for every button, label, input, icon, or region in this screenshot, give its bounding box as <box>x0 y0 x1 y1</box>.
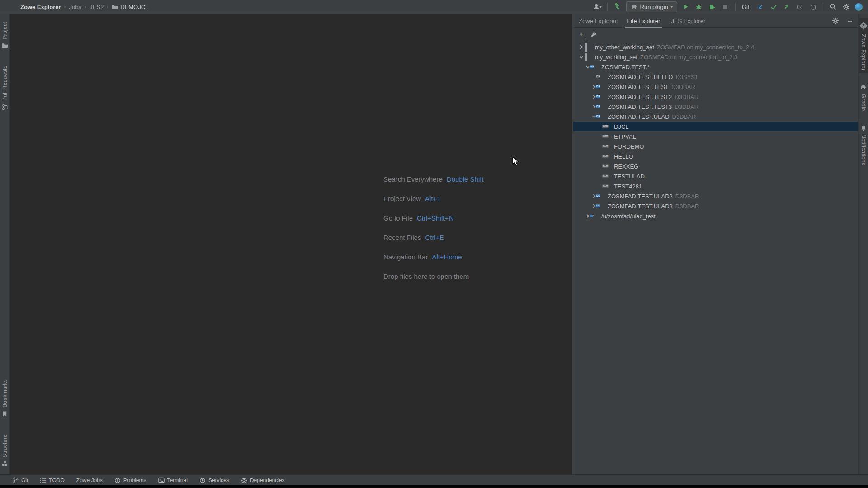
tree-row[interactable]: DSZOSMFAD.TEST.ULAD3D3DBAR <box>573 201 858 211</box>
tree-row[interactable]: my_working_setZOSMFAD on my_connection_t… <box>573 52 858 62</box>
ds-badge: DS <box>596 105 600 108</box>
profile-avatar[interactable] <box>855 3 863 11</box>
zowe-explorer-panel: Zowe Explorer: File ExplorerJES Explorer… <box>573 14 858 475</box>
add-working-set-button[interactable]: +▾ <box>579 30 583 38</box>
tree-row[interactable]: DSZOSMFAD.TEST.TEST3D3DBAR <box>573 102 858 112</box>
git-push-icon <box>783 4 790 10</box>
bottom-tool-button-git[interactable]: Git <box>13 477 28 483</box>
run-icon[interactable] <box>681 2 690 12</box>
rollback-icon[interactable] <box>808 2 817 12</box>
tree-row-icon <box>585 54 593 61</box>
mem-badge: MEM <box>602 155 609 158</box>
git-toolbar-label: Git: <box>742 4 751 10</box>
git-update-icon[interactable] <box>756 2 765 12</box>
services-icon <box>199 477 206 483</box>
tool-stripe-button-notifications[interactable]: Notifications <box>859 122 868 168</box>
structure-icon <box>2 460 8 466</box>
editor-empty-area: Search EverywhereDouble ShiftProject Vie… <box>10 14 572 475</box>
history-icon[interactable] <box>795 2 804 12</box>
tool-stripe-button-pull-requests[interactable]: Pull Requests <box>0 63 10 113</box>
breadcrumb-item-label: DEMOJCL <box>120 4 148 10</box>
shortcut-keystroke: Alt+Home <box>432 253 462 261</box>
tool-stripe-button-zowe-explorer[interactable]: ZZowe Explorer <box>859 18 868 73</box>
tree-row[interactable]: DSZOSMFAD.TEST.ULADD3DBAR <box>573 112 858 122</box>
tool-stripe-button-gradle[interactable]: Gradle <box>859 81 868 114</box>
settings-gear-icon <box>843 3 850 10</box>
tool-stripe-button-project[interactable]: Project <box>0 19 10 51</box>
history-icon <box>797 4 803 10</box>
project-folder-icon <box>1 42 8 48</box>
zowe-panel-header-actions <box>831 16 854 26</box>
user-menu-button[interactable]: ▾ <box>593 2 602 12</box>
shortcut-keystroke: Double Shift <box>447 175 484 183</box>
git-push-icon[interactable] <box>782 2 791 12</box>
tree-row[interactable]: DSZOSMFAD.TEST.HELLOD3SYS1 <box>573 72 858 82</box>
panel-settings-button[interactable] <box>831 16 840 26</box>
run-coverage-icon[interactable] <box>708 2 717 12</box>
chevron-right-icon[interactable] <box>578 45 585 49</box>
breadcrumb-item[interactable]: DEMOJCL <box>112 4 148 10</box>
tree-row[interactable]: DSZOSMFAD.TEST.TEST2D3DBAR <box>573 92 858 102</box>
dropdown-caret-icon: ▾ <box>585 36 586 39</box>
tree-row[interactable]: MEMHELLO <box>573 151 858 161</box>
tree-row-suffix: D3SYS1 <box>675 74 698 80</box>
git-commit-icon <box>770 4 777 10</box>
bottom-tool-button-dependencies[interactable]: Dependencies <box>241 477 285 483</box>
working-set-icon <box>585 54 587 61</box>
tree-row[interactable]: MEMREXXEG <box>573 161 858 171</box>
bottom-tool-button-problems[interactable]: Problems <box>114 477 146 483</box>
tree-row-label: /u/zosmfad/ulad_test <box>601 213 656 220</box>
bottom-tool-button-zowe-jobs[interactable]: Zowe Jobs <box>76 477 103 483</box>
shortcut-hint-row: Go to FileCtrl+Shift+N <box>383 208 484 228</box>
tab-file-explorer[interactable]: File Explorer <box>627 14 660 28</box>
tree-row[interactable]: DSZOSMFAD.TEST.* <box>573 62 858 72</box>
status-strip <box>0 485 868 488</box>
shortcut-hint-row: Search EverywhereDouble Shift <box>383 169 484 189</box>
stop-icon[interactable] <box>721 2 730 12</box>
tree-row[interactable]: MEMETPVAL <box>573 131 858 141</box>
settings-gear-icon[interactable] <box>842 2 851 12</box>
toolbar-separator <box>823 3 823 11</box>
tree-row-label: ZOSMFAD.TEST.* <box>601 64 650 70</box>
zowe-panel-title: Zowe Explorer: <box>579 18 618 24</box>
tree-row-label: FORDEMO <box>614 143 644 150</box>
chevron-down-icon[interactable] <box>578 55 585 59</box>
tree-row-suffix: D3DBAR <box>675 193 699 200</box>
debug-icon[interactable] <box>694 2 703 12</box>
tab-jes-explorer[interactable]: JES Explorer <box>671 14 705 28</box>
uss-badge <box>590 215 593 217</box>
breadcrumb-item[interactable]: Jobs <box>69 4 81 10</box>
tree-row[interactable]: MEMTEST4281 <box>573 181 858 191</box>
tree-row[interactable]: MEMDJCL <box>573 122 858 131</box>
mem-badge: MEM <box>602 145 609 148</box>
run-coverage-icon <box>709 4 715 10</box>
breadcrumb-item[interactable]: Zowe Explorer <box>20 4 61 10</box>
shortcut-action-label: Go to File <box>383 214 413 222</box>
gradle-icon <box>631 4 637 10</box>
ide-window: Zowe Explorer›Jobs›JES2›DEMOJCL ▾Run plu… <box>0 0 868 488</box>
tool-stripe-button-structure[interactable]: Structure <box>0 432 10 469</box>
bottom-tool-button-terminal[interactable]: Terminal <box>158 477 188 483</box>
run-configuration-select[interactable]: Run plugin▾ <box>626 1 677 12</box>
search-icon[interactable] <box>829 2 838 12</box>
tree-row[interactable]: DSZOSMFAD.TEST.ULAD2D3DBAR <box>573 191 858 201</box>
tree-row-label: TESTULAD <box>614 173 645 180</box>
tree-row[interactable]: MEMTESTULAD <box>573 171 858 181</box>
bottom-tool-button-services[interactable]: Services <box>199 477 229 483</box>
build-hammer-icon[interactable] <box>613 2 622 12</box>
tree-row[interactable]: my_other_working_setZOSMFAD on my_connec… <box>573 42 858 52</box>
breadcrumb: Zowe Explorer›Jobs›JES2›DEMOJCL <box>0 4 148 10</box>
tree-row[interactable]: /u/zosmfad/ulad_test <box>573 211 858 221</box>
panel-minimize-button[interactable] <box>845 16 854 26</box>
breadcrumb-item[interactable]: JES2 <box>90 4 104 10</box>
git-commit-icon[interactable] <box>769 2 778 12</box>
tree-row-suffix: ZOSMFAD on my_connection_to_2.3 <box>640 54 737 61</box>
bottom-tool-button-todo[interactable]: TODO <box>40 477 64 483</box>
dropdown-caret-icon: ▾ <box>600 5 602 9</box>
shortcut-action-label: Search Everywhere <box>383 175 443 183</box>
tool-stripe-button-bookmarks[interactable]: Bookmarks <box>0 376 10 420</box>
tree-row[interactable]: DSZOSMFAD.TEST.TESTD3DBAR <box>573 82 858 92</box>
right-stripe-items: ZZowe ExplorerGradleNotifications <box>859 18 868 168</box>
edit-working-sets-button[interactable] <box>589 29 598 39</box>
tree-row[interactable]: MEMFORDEMO <box>573 141 858 151</box>
